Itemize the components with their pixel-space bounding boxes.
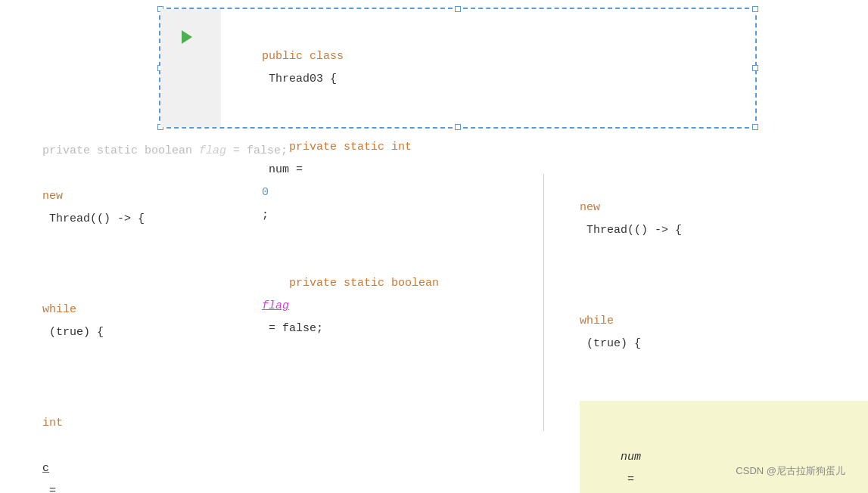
var-num-assign: num (621, 451, 641, 464)
selection-box: public class Thread03 { private static i… (159, 8, 757, 129)
thread-call-2: Thread(() -> { (580, 224, 682, 237)
thread-call-1: Thread(() -> { (42, 212, 145, 225)
indent2 (42, 394, 97, 407)
kw-new: new (42, 190, 63, 203)
kw-int: int (42, 417, 63, 429)
keyword-private: private static int (262, 141, 412, 153)
handle-mr[interactable] (752, 65, 758, 71)
semicolon1: ; (262, 209, 269, 222)
indent1 (42, 281, 70, 293)
box-line-3: private static boolean flag = false; (221, 250, 446, 363)
handle-br[interactable] (752, 124, 758, 130)
space-c (42, 439, 49, 452)
kw-while-r: while (580, 315, 614, 327)
watermark: CSDN @尼古拉斯狗蛋儿 (736, 464, 845, 478)
num-assign-eq: = (621, 473, 641, 486)
handle-tr[interactable] (752, 6, 758, 12)
r-indent1 (580, 292, 607, 305)
keyword-public-class: public class (262, 50, 344, 63)
right-line-new-thread: new Thread(() -> { (552, 174, 855, 265)
num-zero: 0 (262, 186, 269, 199)
code-gutter (160, 9, 221, 127)
while-true: (true) { (42, 326, 104, 339)
right-line-while: while (true) { (552, 265, 855, 378)
class-name-thread03: Thread03 { (262, 73, 337, 85)
var-flag-decl: flag (262, 299, 289, 312)
keyword-private2: private static boolean (262, 277, 446, 290)
watermark-text: CSDN @尼古拉斯狗蛋儿 (736, 465, 845, 476)
handle-bm[interactable] (455, 124, 461, 130)
kw-new-r: new (580, 201, 600, 214)
equals-false: = false; (262, 322, 323, 335)
hl-num-line: num = 2 ; (580, 401, 868, 493)
var-c-decl: c (42, 462, 49, 475)
box-line-2: private static int num = 0 ; (221, 113, 446, 250)
var-num-decl: num = (262, 163, 310, 176)
code-divider (543, 174, 544, 431)
play-icon[interactable] (182, 30, 192, 44)
kw-while: while (42, 303, 76, 316)
left-line-int-c: int c = 0 ; (15, 367, 515, 493)
r-indent2 (621, 428, 675, 441)
box-code-content: public class Thread03 { private static i… (221, 23, 446, 363)
c-init: = (42, 485, 63, 493)
while-true-r: (true) { (580, 337, 641, 350)
handle-tm[interactable] (455, 6, 461, 12)
box-line-1: public class Thread03 { (221, 23, 446, 113)
right-code-area: new Thread(() -> { while (true) { num = … (552, 174, 855, 493)
